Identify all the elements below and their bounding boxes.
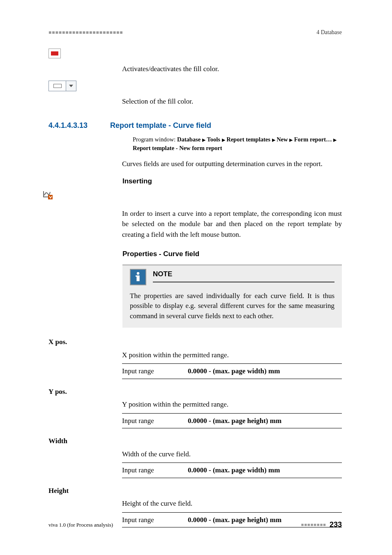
page-header: ■■■■■■■■■■■■■■■■■■■■■■ 4 Database [48, 28, 342, 37]
prop-ypos-label: Y pos. [48, 386, 342, 397]
svg-rect-0 [48, 195, 53, 199]
header-section-label: 4 Database [316, 28, 342, 37]
prop-xpos-label: X pos. [48, 337, 342, 347]
fill-color-swatch-icon [48, 49, 61, 58]
range-label: Input range [122, 416, 188, 426]
range-value: 0.0000 - (max. page height) mm [188, 416, 281, 426]
fill-activate-text: Activates/deactivates the fill color. [122, 64, 342, 74]
subsection-number: 4.4.1.4.3.13 [48, 120, 110, 131]
range-label: Input range [122, 465, 188, 476]
subsection-title: Report template - Curve field [110, 120, 211, 131]
svg-rect-3 [136, 275, 137, 277]
header-dashes-left: ■■■■■■■■■■■■■■■■■■■■■■ [48, 29, 123, 36]
page-footer: viva 1.0 (for Process analysis) ■■■■■■■■… [48, 519, 342, 530]
prop-ypos-range-row: Input range 0.0000 - (max. page height) … [122, 413, 342, 429]
range-value: 0.0000 - (max. page width) mm [188, 366, 280, 377]
prop-height-desc: Height of the curve field. [122, 498, 342, 509]
chevron-down-icon [66, 81, 76, 91]
prop-ypos: Y pos. Y position within the permitted r… [48, 386, 342, 429]
range-label: Input range [122, 366, 188, 377]
footer-dashes: ■■■■■■■■ [301, 521, 326, 528]
inserting-body: In order to insert a curve into a report… [122, 208, 342, 240]
prop-width-desc: Width of the curve field. [122, 449, 342, 460]
prop-ypos-desc: Y position within the permitted range. [122, 399, 342, 410]
prop-height-label: Height [48, 486, 342, 496]
curve-tool-icon-row [43, 190, 342, 203]
note-box: NOTE The properties are saved individual… [122, 264, 342, 328]
prop-width-label: Width [48, 436, 342, 446]
note-body: The properties are saved individually fo… [130, 291, 334, 321]
note-title: NOTE [153, 270, 172, 278]
fill-color-dropdown-row [48, 81, 342, 91]
fill-select-text: Selection of the fill color. [122, 96, 342, 107]
info-icon [130, 269, 146, 285]
prop-xpos-range-row: Input range 0.0000 - (max. page width) m… [122, 363, 342, 379]
subsection-heading: 4.4.1.4.3.13 Report template - Curve fie… [48, 120, 342, 131]
prop-xpos-desc: X position within the permitted range. [122, 350, 342, 361]
properties-title: Properties - Curve field [122, 249, 342, 259]
curves-intro-text: Curves fields are used for outputting de… [122, 159, 342, 169]
breadcrumb: Program window: Database ▶ Tools ▶ Repor… [133, 135, 342, 153]
footer-product: viva 1.0 (for Process analysis) [48, 521, 113, 529]
svg-rect-2 [136, 275, 139, 281]
prop-width: Width Width of the curve field. Input ra… [48, 436, 342, 478]
breadcrumb-prefix: Program window: [133, 136, 177, 143]
range-value: 0.0000 - (max. page width) mm [188, 465, 280, 476]
curve-tool-icon [43, 190, 53, 199]
page-number: 233 [330, 519, 342, 530]
fill-color-swatch-row [48, 48, 342, 59]
svg-point-1 [137, 272, 139, 274]
fill-color-dropdown-icon [48, 81, 76, 91]
prop-xpos: X pos. X position within the permitted r… [48, 337, 342, 379]
inserting-title: Inserting [122, 176, 342, 187]
prop-width-range-row: Input range 0.0000 - (max. page width) m… [122, 462, 342, 478]
